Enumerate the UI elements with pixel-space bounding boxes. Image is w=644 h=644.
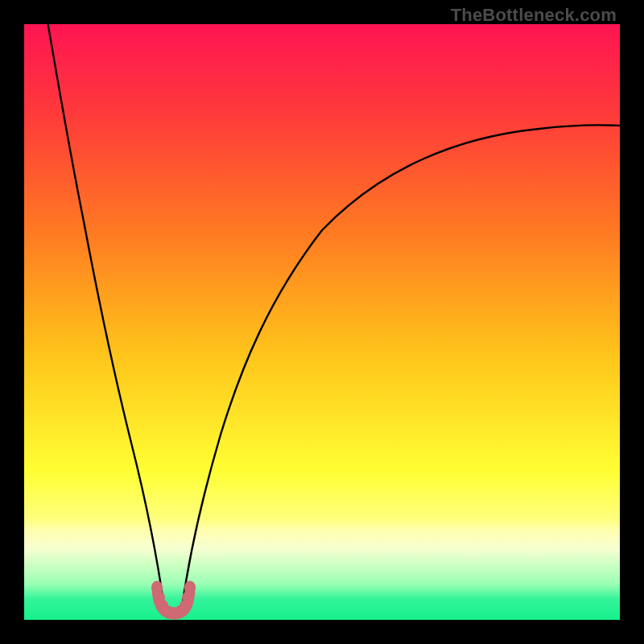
curve-right: [182, 125, 620, 608]
curve-left: [48, 24, 164, 608]
min-marker: [151, 582, 196, 618]
watermark-text: TheBottleneck.com: [451, 5, 617, 26]
chart-frame: TheBottleneck.com: [0, 0, 644, 644]
plot-area: [24, 24, 620, 620]
chart-curves: [24, 24, 620, 620]
